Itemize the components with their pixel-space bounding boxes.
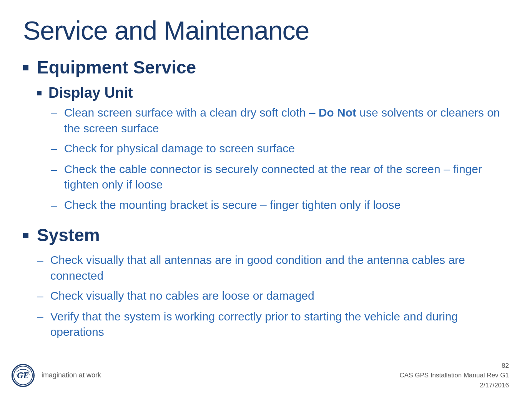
display-unit-title: Display Unit	[48, 85, 133, 101]
display-unit-header: Display Unit	[37, 85, 509, 101]
bold-text: Do Not	[319, 106, 356, 119]
dash-icon: –	[51, 198, 57, 214]
item-text: Check the cable connector is securely co…	[64, 162, 509, 193]
system-list: – Check visually that all antennas are i…	[37, 252, 509, 340]
list-item: – Verify that the system is working corr…	[37, 309, 509, 340]
dash-icon: –	[37, 309, 43, 325]
system-section: System – Check visually that all antenna…	[23, 225, 509, 340]
equipment-service-title: Equipment Service	[37, 57, 196, 78]
item-text: Check the mounting bracket is secure – f…	[64, 197, 509, 213]
footer-right: 82 CAS GPS Installation Manual Rev G1 2/…	[400, 361, 509, 390]
item-text: Clean screen surface with a clean dry so…	[64, 105, 509, 136]
dash-icon: –	[37, 289, 43, 304]
page-content: Service and Maintenance Equipment Servic…	[0, 0, 532, 352]
display-unit-subsection: Display Unit – Clean screen surface with…	[37, 85, 509, 213]
equipment-service-section: Equipment Service	[23, 57, 509, 78]
list-item: – Check visually that all antennas are i…	[37, 252, 509, 284]
section-bullet	[23, 233, 28, 238]
section-bullet	[23, 65, 28, 70]
item-text: Check visually that no cables are loose …	[50, 288, 509, 304]
system-title: System	[37, 225, 100, 245]
item-text: Check visually that all antennas are in …	[50, 252, 509, 284]
ge-logo: GE	[12, 364, 35, 387]
footer-tagline: imagination at work	[42, 371, 101, 379]
list-item: – Check for physical damage to screen su…	[51, 141, 509, 157]
list-item: – Check the mounting bracket is secure –…	[51, 197, 509, 214]
system-section-header: System	[23, 225, 509, 245]
list-item: – Clean screen surface with a clean dry …	[51, 105, 509, 136]
list-item: – Check the cable connector is securely …	[51, 162, 509, 193]
item-text: Verify that the system is working correc…	[50, 309, 509, 340]
page-number: 82	[400, 361, 509, 371]
list-item: – Check visually that no cables are loos…	[37, 288, 509, 304]
page-title: Service and Maintenance	[23, 15, 509, 45]
dash-icon: –	[51, 162, 57, 178]
footer: GE imagination at work 82 CAS GPS Instal…	[0, 354, 532, 397]
item-text: Check for physical damage to screen surf…	[64, 141, 509, 157]
footer-left: GE imagination at work	[12, 364, 101, 387]
document-date: 2/17/2016	[400, 380, 509, 390]
dash-icon: –	[51, 105, 57, 121]
sub-bullet	[37, 91, 42, 95]
svg-text:GE: GE	[17, 370, 29, 380]
document-name: CAS GPS Installation Manual Rev G1	[400, 370, 509, 380]
display-unit-list: – Clean screen surface with a clean dry …	[51, 105, 509, 213]
dash-icon: –	[37, 253, 43, 269]
dash-icon: –	[51, 141, 57, 157]
